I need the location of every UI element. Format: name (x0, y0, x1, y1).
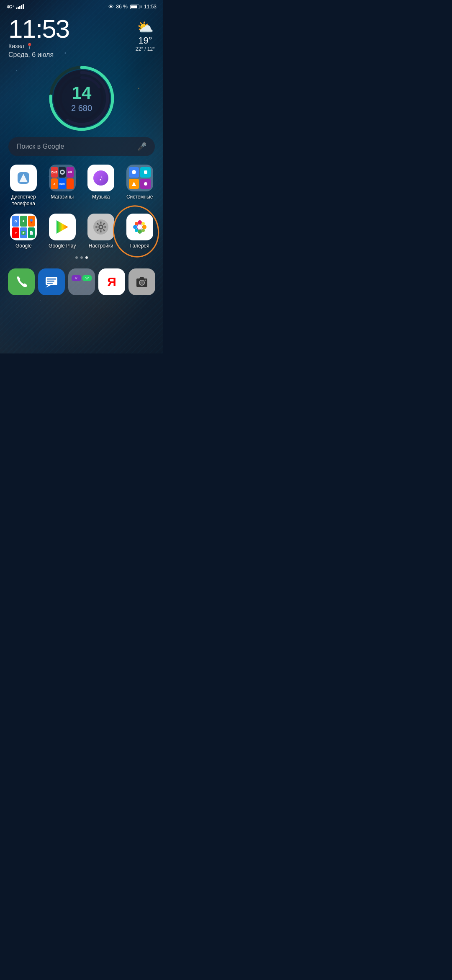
search-bar[interactable]: Поиск в Google 🎤 (8, 137, 155, 156)
dns-mini-icon: DNS (51, 167, 58, 178)
g-chrome-mini (20, 216, 27, 227)
signal-bar-1 (16, 8, 17, 9)
clock: 11:53 (8, 16, 69, 42)
whatsapp-mini: W (82, 275, 92, 281)
svg-point-47 (135, 229, 138, 232)
phone-manager-label: Диспетчертелефона (11, 194, 36, 207)
phone-manager-icon (10, 165, 37, 191)
fitness-steps: 14 (72, 84, 92, 102)
sys4-mini (140, 179, 151, 189)
stores-label: Магазины (51, 194, 74, 201)
app-stores[interactable]: DNS WB A OZON Магазины (46, 165, 79, 207)
svg-point-48 (141, 229, 145, 232)
music-icon: ♪ (87, 165, 114, 191)
ozon-mini-icon: OZON (59, 178, 66, 189)
svg-text:V: V (75, 276, 78, 280)
app-system[interactable]: Системные (123, 165, 157, 207)
svg-point-44 (142, 225, 146, 229)
svg-text:Я: Я (107, 275, 116, 289)
g-docs-mini: 📄 (28, 227, 35, 238)
signal-bars (16, 4, 24, 9)
stores-folder-icon: DNS WB A OZON (49, 165, 76, 191)
dock-messenger[interactable]: V W (67, 268, 97, 295)
gallery-label: Галерея (130, 243, 149, 250)
page-dot-1 (75, 256, 78, 259)
signal-bar-2 (18, 7, 19, 9)
app-google[interactable]: G 📄 Google (7, 214, 40, 250)
privacy-icon: 👁 (108, 3, 114, 10)
signal-label: 4G⁺ (7, 5, 14, 9)
camera-dock-icon (128, 268, 155, 295)
svg-rect-16 (144, 170, 147, 174)
mic-icon[interactable]: 🎤 (137, 142, 146, 151)
fitness-widget[interactable]: 14 2 680 (0, 65, 163, 132)
svg-rect-51 (47, 279, 56, 280)
app-row-1: Диспетчертелефона DNS WB A OZON Магазины (0, 161, 163, 210)
dock-camera[interactable] (127, 268, 157, 295)
signal-bar-5 (23, 4, 24, 9)
location-name: Кизел (8, 43, 24, 49)
g-youtube-mini (12, 227, 19, 238)
avito-mini-icon: A (51, 178, 58, 189)
system-label: Системные (126, 194, 153, 201)
extra-mini-icon (67, 178, 74, 189)
gallery-icon (126, 214, 153, 240)
battery-tip (141, 5, 141, 8)
google-folder-icon: G 📄 (10, 214, 37, 240)
dock-phone[interactable] (6, 268, 36, 295)
status-time: 11:53 (144, 4, 157, 10)
viber-mini: V (72, 275, 81, 281)
settings-icon (87, 214, 114, 240)
sys2-mini (140, 167, 151, 178)
search-input-wrap[interactable]: Поиск в Google 🎤 (8, 137, 155, 156)
svg-marker-54 (46, 285, 51, 288)
svg-text:W: W (85, 276, 89, 280)
svg-point-41 (138, 220, 142, 224)
app-music[interactable]: ♪ Музыка (84, 165, 118, 207)
fitness-circle: 14 2 680 (48, 65, 115, 132)
signal-area: 4G⁺ (7, 4, 24, 9)
google-label: Google (15, 243, 32, 250)
weather-block: ⛅ 19° 22° / 12° (136, 16, 155, 52)
sys1-mini (129, 167, 139, 178)
page-dot-3 (85, 256, 88, 259)
battery-fill (131, 5, 137, 8)
weather-temp: 19° (138, 35, 152, 46)
svg-point-62 (140, 281, 144, 284)
time-block: 11:53 Кизел 📍 Среда, 6 июля (8, 16, 69, 59)
svg-rect-33 (104, 227, 106, 228)
dock-yandex[interactable]: Я (97, 268, 127, 295)
svg-point-63 (145, 279, 146, 281)
dock-messages[interactable] (36, 268, 67, 295)
signal-bar-4 (21, 5, 22, 9)
weather-range: 22° / 12° (136, 46, 155, 52)
time-area: 11:53 Кизел 📍 Среда, 6 июля ⛅ 19° 22° / … (0, 12, 163, 61)
battery-body (130, 5, 139, 9)
svg-marker-17 (132, 182, 136, 186)
svg-point-30 (100, 226, 102, 228)
fitness-inner: 14 2 680 (53, 70, 110, 127)
app-settings[interactable]: Настройки (84, 214, 118, 250)
svg-rect-31 (100, 222, 102, 224)
app-google-play[interactable]: Google Play (46, 214, 79, 250)
app-phone-manager[interactable]: Диспетчертелефона (7, 165, 40, 207)
status-right: 👁 86 % 11:53 (108, 3, 157, 10)
google-play-label: Google Play (49, 243, 76, 250)
svg-point-9 (61, 171, 64, 173)
messages-dock-icon (38, 268, 65, 295)
svg-point-45 (135, 222, 138, 225)
svg-point-20 (23, 220, 24, 222)
phone-dock-icon (8, 268, 35, 295)
google-play-icon (49, 214, 76, 240)
svg-point-43 (133, 225, 137, 229)
location-pin-icon: 📍 (26, 43, 33, 49)
fitness-calories: 2 680 (71, 103, 92, 113)
weather-icon: ⛅ (137, 19, 154, 35)
svg-rect-53 (47, 283, 53, 284)
page-dots (0, 253, 163, 262)
app-gallery[interactable]: Галерея (123, 214, 157, 250)
sys3-mini (129, 179, 139, 189)
svg-point-49 (137, 224, 142, 230)
g-play-mini (20, 227, 27, 238)
svg-rect-37 (95, 227, 98, 228)
